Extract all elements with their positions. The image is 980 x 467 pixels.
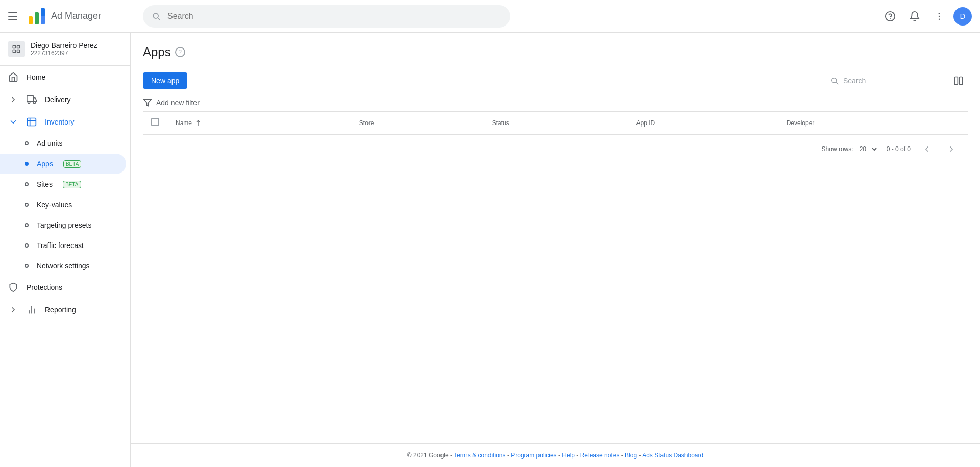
sidebar-item-sites[interactable]: Sites BETA <box>0 174 126 194</box>
sidebar-item-apps[interactable]: Apps BETA <box>0 154 126 174</box>
footer-link-ads-status[interactable]: Ads Status Dashboard <box>642 452 703 459</box>
ad-units-dot-icon <box>24 141 29 145</box>
table-header-checkbox[interactable] <box>143 112 167 134</box>
sidebar-item-targeting-presets-label: Targeting presets <box>37 221 91 229</box>
svg-rect-23 <box>960 77 963 85</box>
home-icon <box>8 72 18 82</box>
hamburger-menu-icon[interactable] <box>8 10 20 22</box>
sidebar-item-home[interactable]: Home <box>0 66 126 88</box>
account-id: 22273162397 <box>31 50 97 57</box>
header-left: Ad Manager <box>8 6 131 27</box>
sidebar-item-protections[interactable]: Protections <box>0 276 126 299</box>
svg-rect-9 <box>13 45 15 48</box>
svg-rect-22 <box>955 77 958 85</box>
table-header-row: Name Store Status <box>143 112 968 134</box>
table-header-status: Status <box>484 112 628 134</box>
table-search-box[interactable] <box>830 76 945 85</box>
footer-copyright: © 2021 Google <box>407 452 449 459</box>
sidebar-item-targeting-presets[interactable]: Targeting presets <box>0 215 126 235</box>
targeting-presets-dot-icon <box>24 223 29 227</box>
show-rows-label: Show rows: <box>822 145 853 153</box>
prev-page-button[interactable] <box>919 141 935 157</box>
table-header-developer: Developer <box>778 112 968 134</box>
apps-beta-badge: BETA <box>63 160 81 168</box>
new-app-button[interactable]: New app <box>143 72 187 89</box>
toolbar-left: New app <box>143 72 187 89</box>
sidebar-item-protections-label: Protections <box>27 283 62 291</box>
more-vert-icon <box>934 11 944 21</box>
apps-table: Name Store Status <box>143 112 968 134</box>
col-developer-label: Developer <box>787 119 815 127</box>
content-area: Apps ? New app <box>131 33 980 467</box>
inventory-collapse-icon <box>8 117 18 127</box>
filter-row[interactable]: Add new filter <box>143 94 968 112</box>
rows-per-page-select[interactable]: 20 50 100 <box>857 145 878 153</box>
column-settings-button[interactable] <box>949 71 968 90</box>
reporting-icon <box>27 305 37 315</box>
app-name-label: Ad Manager <box>51 11 101 21</box>
svg-rect-12 <box>17 50 20 53</box>
more-options-button[interactable] <box>929 6 949 27</box>
header-actions: D <box>880 6 972 27</box>
sidebar-item-traffic-forecast-label: Traffic forecast <box>37 241 84 250</box>
account-info: Diego Barreiro Perez 22273162397 <box>0 33 130 66</box>
table-search-input[interactable] <box>843 77 945 85</box>
select-all-checkbox[interactable] <box>151 118 159 126</box>
sidebar-item-traffic-forecast[interactable]: Traffic forecast <box>0 235 126 256</box>
sidebar-item-inventory[interactable]: Inventory <box>0 111 126 133</box>
table-header-name[interactable]: Name <box>167 112 351 134</box>
sidebar-item-inventory-label: Inventory <box>45 118 75 126</box>
page-help-icon[interactable]: ? <box>175 47 185 57</box>
svg-rect-1 <box>35 12 39 24</box>
svg-rect-0 <box>29 16 33 24</box>
sidebar-item-network-settings-label: Network settings <box>37 262 89 270</box>
top-header: Ad Manager <box>0 0 980 33</box>
footer-sep4: - <box>576 452 580 459</box>
content-inner: Apps ? New app <box>131 33 980 443</box>
user-avatar[interactable]: D <box>953 7 972 26</box>
col-name-label: Name <box>176 119 192 127</box>
global-search-input[interactable] <box>167 12 502 21</box>
apps-dot-icon <box>24 162 29 166</box>
protections-icon <box>8 282 18 292</box>
footer-link-help[interactable]: Help <box>562 452 575 459</box>
help-button[interactable] <box>880 6 900 27</box>
footer-link-blog[interactable]: Blog <box>625 452 637 459</box>
notifications-button[interactable] <box>904 6 925 27</box>
sidebar-item-key-values-label: Key-values <box>37 201 72 209</box>
sidebar-item-apps-label: Apps <box>37 160 53 168</box>
svg-rect-13 <box>27 96 34 102</box>
key-values-dot-icon <box>24 203 29 207</box>
page-title-row: Apps ? <box>143 45 968 59</box>
next-page-button[interactable] <box>943 141 960 157</box>
svg-rect-10 <box>17 45 20 48</box>
svg-point-15 <box>33 101 35 103</box>
page-title: Apps <box>143 45 171 59</box>
footer-link-terms[interactable]: Terms & conditions <box>454 452 505 459</box>
sites-beta-badge: BETA <box>63 181 81 188</box>
global-search-bar[interactable] <box>143 5 510 28</box>
delivery-icon <box>27 94 37 105</box>
svg-point-6 <box>939 12 940 14</box>
network-settings-dot-icon <box>24 264 29 268</box>
toolbar-right <box>830 71 968 90</box>
sidebar-item-network-settings[interactable]: Network settings <box>0 256 126 276</box>
svg-rect-16 <box>28 118 36 126</box>
filter-icon <box>143 98 152 107</box>
svg-point-14 <box>28 101 30 103</box>
inventory-icon <box>27 117 37 127</box>
rows-selector: Show rows: 20 50 100 <box>822 145 878 153</box>
account-icon <box>8 41 24 57</box>
table-search-icon <box>830 76 839 85</box>
sidebar-item-ad-units[interactable]: Ad units <box>0 133 126 154</box>
pagination-info: 0 - 0 of 0 <box>887 145 911 153</box>
footer-link-policies[interactable]: Program policies <box>511 452 556 459</box>
sidebar-item-key-values[interactable]: Key-values <box>0 194 126 215</box>
sidebar-item-delivery[interactable]: Delivery <box>0 88 126 111</box>
inventory-sub-nav: Ad units Apps BETA Sites BETA Key-values <box>0 133 130 276</box>
footer-link-release-notes[interactable]: Release notes <box>580 452 620 459</box>
reporting-expand-icon <box>8 305 18 315</box>
table-header-app-id: App ID <box>628 112 778 134</box>
sidebar-item-reporting[interactable]: Reporting <box>0 299 126 321</box>
account-name: Diego Barreiro Perez <box>31 41 97 50</box>
